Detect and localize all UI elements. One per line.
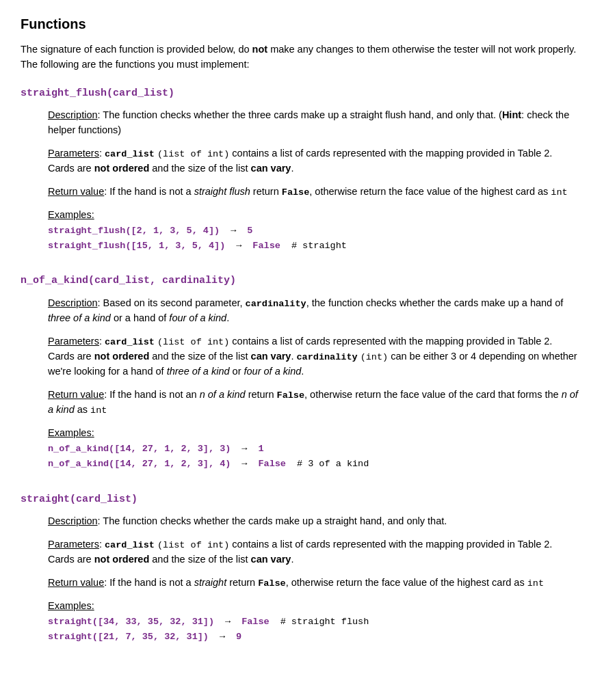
arrow-noak-2: → [241, 457, 247, 471]
example-call-straight-2: straight([21, 7, 35, 32, 31]) [48, 630, 209, 644]
return-italic-sf: straight flush [194, 186, 250, 197]
params-label-noak: Parameters [48, 336, 99, 347]
comment-sf-2: # straight [291, 239, 347, 253]
example-line-straight-2: straight([21, 7, 35, 32, 31]) → 9 [48, 630, 581, 644]
return-italic-straight: straight [194, 577, 227, 588]
example-call-sf-1: straight_flush([2, 1, 3, 5, 4]) [48, 224, 220, 238]
params-code-noak: card_list [105, 337, 155, 347]
description-label-sf: Description [48, 109, 98, 120]
function-body-straight: Description: The function checks whether… [48, 514, 581, 644]
hint-bold-sf: Hint [502, 109, 521, 120]
section-straight-flush: straight_flush(card_list) Description: T… [21, 86, 581, 254]
description-text-straight: The function checks whether the cards ma… [103, 515, 447, 526]
description-block-straight: Description: The function checks whether… [48, 514, 581, 529]
arrow-straight-1: → [225, 615, 231, 629]
example-line-sf-1: straight_flush([2, 1, 3, 5, 4]) → 5 [48, 224, 581, 238]
examples-block-noak: Examples: n_of_a_kind([14, 27, 1, 2, 3],… [48, 426, 581, 471]
desc-italic2-noak: four of a kind [169, 312, 226, 323]
params2-type-noak: (int) [361, 352, 389, 362]
example-call-straight-1: straight([34, 33, 35, 32, 31]) [48, 615, 214, 629]
params-block-sf: Parameters: card_list (list of int) cont… [48, 146, 581, 176]
params-code-straight: card_list [105, 540, 155, 550]
params-block-straight: Parameters: card_list (list of int) cont… [48, 537, 581, 567]
function-name-straight: straight(card_list) [21, 492, 581, 508]
params-block-noak: Parameters: card_list (list of int) cont… [48, 334, 581, 379]
return-mono-noak: int [90, 405, 107, 416]
description-label-noak: Description [48, 297, 98, 308]
description-block-sf: Description: The function checks whether… [48, 108, 581, 138]
return-label-straight: Return value [48, 577, 104, 588]
params2-code-noak: cardinality [297, 352, 358, 362]
function-body-straight-flush: Description: The function checks whether… [48, 108, 581, 253]
result-noak-1: 1 [258, 442, 263, 456]
desc-italic1-noak: three of a kind [48, 312, 111, 323]
params-bold1-noak: not ordered [94, 351, 150, 362]
page-title: Functions [21, 14, 581, 34]
examples-label-sf: Examples: [48, 208, 581, 223]
example-line-sf-2: straight_flush([15, 1, 3, 5, 4]) → False… [48, 239, 581, 253]
examples-label-noak: Examples: [48, 426, 581, 441]
return-false-straight: False [258, 578, 286, 589]
params2-italic1-noak: three of a kind [167, 366, 230, 377]
example-call-noak-1: n_of_a_kind([14, 27, 1, 2, 3], 3) [48, 442, 231, 456]
params-bold2-noak: can vary [251, 351, 291, 362]
result-sf-2: False [252, 239, 280, 253]
comment-straight-1: # straight flush [280, 615, 369, 629]
params-type-straight: (list of int) [157, 540, 229, 550]
function-name-straight-flush: straight_flush(card_list) [21, 86, 581, 102]
return-italic-noak: n of a kind [200, 389, 246, 400]
example-call-noak-2: n_of_a_kind([14, 27, 1, 2, 3], 4) [48, 457, 231, 471]
return-block-straight: Return value: If the hand is not a strai… [48, 576, 581, 591]
example-line-noak-2: n_of_a_kind([14, 27, 1, 2, 3], 4) → Fals… [48, 457, 581, 471]
params-type-noak: (list of int) [157, 337, 229, 347]
params-label-straight: Parameters [48, 539, 99, 550]
examples-block-sf: Examples: straight_flush([2, 1, 3, 5, 4]… [48, 208, 581, 253]
params-code-sf: card_list [105, 149, 155, 159]
params-bold1-sf: not ordered [94, 163, 150, 174]
section-straight: straight(card_list) Description: The fun… [21, 492, 581, 645]
example-line-straight-1: straight([34, 33, 35, 32, 31]) → False #… [48, 615, 581, 629]
return-italic2-noak: n of a kind [48, 389, 578, 415]
examples-block-straight: Examples: straight([34, 33, 35, 32, 31])… [48, 599, 581, 644]
result-noak-2: False [258, 457, 286, 471]
intro-paragraph: The signature of each function is provid… [21, 42, 581, 72]
arrow-noak-1: → [241, 442, 247, 456]
result-straight-2: 9 [236, 630, 241, 644]
return-block-noak: Return value: If the hand is not an n of… [48, 388, 581, 418]
comment-noak-2: # 3 of a kind [297, 457, 369, 471]
result-sf-1: 5 [247, 224, 252, 238]
desc-code-noak: cardinality [246, 299, 306, 309]
arrow-sf-1: → [231, 224, 236, 238]
return-mono-straight: int [527, 578, 544, 589]
return-label-sf: Return value [48, 186, 104, 197]
return-label-noak: Return value [48, 389, 104, 400]
return-false-sf: False [282, 187, 310, 198]
function-body-noak: Description: Based on its second paramet… [48, 296, 581, 472]
params-type-sf: (list of int) [157, 149, 229, 159]
arrow-straight-2: → [220, 630, 225, 644]
section-n-of-a-kind: n_of_a_kind(card_list, cardinality) Desc… [21, 273, 581, 472]
function-name-noak: n_of_a_kind(card_list, cardinality) [21, 273, 581, 289]
examples-label-straight: Examples: [48, 599, 581, 614]
example-line-noak-1: n_of_a_kind([14, 27, 1, 2, 3], 3) → 1 [48, 442, 581, 456]
params-bold2-sf: can vary [251, 163, 291, 174]
description-label-straight: Description [48, 515, 98, 526]
params2-italic2-noak: four of a kind [244, 366, 302, 377]
params-bold2-straight: can vary [251, 554, 291, 565]
return-block-sf: Return value: If the hand is not a strai… [48, 185, 581, 200]
example-call-sf-2: straight_flush([15, 1, 3, 5, 4]) [48, 239, 225, 253]
return-false-noak: False [277, 390, 305, 401]
result-straight-1: False [241, 615, 270, 629]
params-bold1-straight: not ordered [94, 554, 150, 565]
description-block-noak: Description: Based on its second paramet… [48, 296, 581, 326]
return-mono-sf: int [551, 187, 567, 198]
arrow-sf-2: → [236, 239, 241, 253]
params-label-sf: Parameters [48, 148, 99, 159]
intro-bold: not [252, 44, 268, 55]
